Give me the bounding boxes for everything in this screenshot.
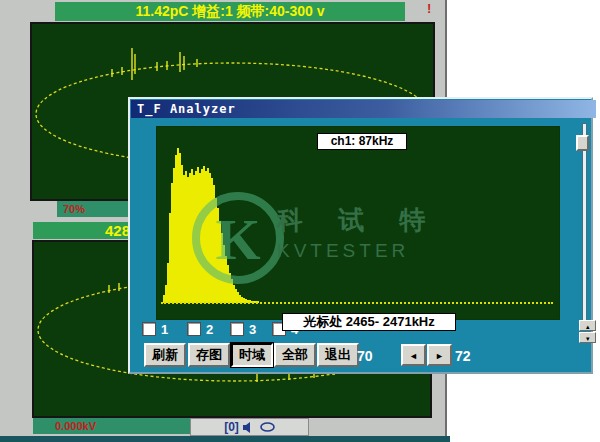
status-bar-bottom: 0.000kV xyxy=(33,418,190,434)
channel-frequency-label: ch1: 87kHz xyxy=(317,133,407,150)
window-bottom-edge xyxy=(0,436,450,442)
checkbox-box[interactable] xyxy=(230,322,244,336)
save-image-button[interactable]: 存图 xyxy=(188,343,230,367)
cursor-readout-label: 光标处 2465- 2471kHz xyxy=(282,313,456,331)
exit-button[interactable]: 退出 xyxy=(317,343,359,367)
right-value: 72 xyxy=(455,345,471,367)
dialog-titlebar[interactable]: T_F Analyzer xyxy=(131,100,596,118)
spectrum-plot[interactable]: K 科 试 特 KVTESTER ch1: 87kHz xyxy=(156,126,560,320)
spin-down-button[interactable]: ▾ xyxy=(579,332,596,343)
watermark-en-text: KVTESTER xyxy=(277,240,409,261)
channel-checkbox-1[interactable]: 1 xyxy=(142,322,168,336)
port-status-cell: [0] xyxy=(190,418,309,436)
refresh-button[interactable]: 刷新 xyxy=(144,343,186,367)
gain-band-header[interactable]: 11.42pC 增益:1 频带:40-300 v xyxy=(55,2,405,21)
channel-checkbox-2[interactable]: 2 xyxy=(187,322,213,336)
checkbox-box[interactable] xyxy=(142,322,156,336)
channel-checkbox-3[interactable]: 3 xyxy=(230,322,256,336)
time-domain-button[interactable]: 时域 xyxy=(231,343,273,367)
all-button[interactable]: 全部 xyxy=(274,343,316,367)
checkbox-box[interactable] xyxy=(187,322,201,336)
port-value: [0] xyxy=(224,420,239,435)
speaker-icon xyxy=(243,422,256,433)
dialog-title: T_F Analyzer xyxy=(137,102,236,116)
oval-icon xyxy=(260,422,275,432)
frequency-slider-track[interactable] xyxy=(582,123,587,321)
checkbox-label: 3 xyxy=(249,322,256,337)
checkbox-label: 2 xyxy=(206,322,213,337)
left-value: 70 xyxy=(357,345,373,367)
alert-indicator: ! xyxy=(427,2,431,15)
spin-up-button[interactable]: ▴ xyxy=(579,320,596,331)
checkbox-label: 1 xyxy=(161,322,168,337)
watermark-cn-text: 科 试 特 xyxy=(276,205,439,235)
frequency-slider-thumb[interactable] xyxy=(576,135,589,151)
decrement-button[interactable]: ◄ xyxy=(401,344,426,366)
increment-button[interactable]: ► xyxy=(427,344,452,366)
tf-analyzer-dialog: T_F Analyzer K 科 试 特 KVTESTER ch1: 87kHz… xyxy=(128,97,593,374)
zero-baseline xyxy=(161,302,553,304)
